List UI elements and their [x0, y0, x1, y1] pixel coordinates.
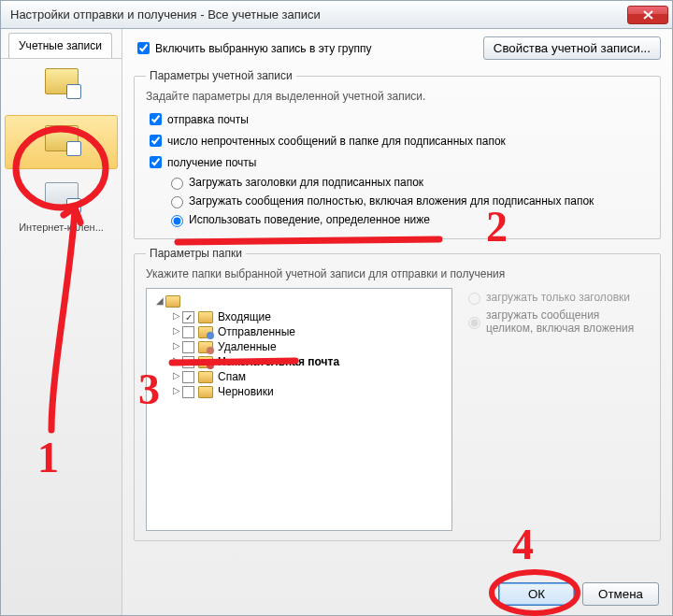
account-icon — [45, 125, 79, 151]
receive-mail-label: получение почты — [167, 156, 256, 169]
dialog-window: Настройки отправки и получения - Все уче… — [0, 0, 673, 616]
radio-full-messages-label: Загружать сообщения полностью, включая в… — [189, 194, 594, 208]
folder-params-hint: Укажите папки выбранной учетной записи д… — [146, 267, 649, 280]
folder-label: Нежелательная почта — [218, 355, 339, 368]
radio-headers-label: загружать только заголовки — [486, 291, 630, 304]
close-icon — [643, 10, 653, 20]
radio-full-messages[interactable] — [171, 196, 183, 208]
folder-label: Отправленные — [218, 325, 295, 338]
radio-headers-only[interactable] — [171, 178, 183, 190]
radio-custom-behavior-label: Использовать поведение, определенное ниж… — [189, 213, 430, 226]
folder-icon — [198, 326, 213, 338]
expand-icon[interactable]: ▷ — [171, 386, 182, 397]
ok-button[interactable]: ОК — [498, 582, 575, 606]
folder-icon — [165, 295, 180, 308]
dialog-footer: ОК Отмена — [498, 582, 659, 606]
account-params-group: Параметры учетной записи Задайте парамет… — [134, 69, 661, 239]
folder-icon — [198, 311, 213, 323]
expand-icon[interactable]: ▷ — [171, 341, 182, 352]
folder-label: Удаленные — [218, 340, 277, 353]
folder-icon — [198, 386, 213, 398]
calendar-icon — [45, 182, 79, 208]
folder-checkbox[interactable] — [182, 341, 194, 353]
folder-label: Черновики — [218, 385, 274, 398]
folder-checkbox[interactable] — [182, 311, 194, 323]
folder-params-group: Параметры папки Укажите папки выбранной … — [134, 247, 661, 541]
radio-custom-behavior[interactable] — [171, 215, 183, 227]
collapse-icon[interactable]: ◢ — [154, 296, 165, 308]
radio-headers — [468, 293, 480, 305]
cancel-button[interactable]: Отмена — [582, 582, 659, 606]
close-button[interactable] — [627, 6, 668, 24]
account-item-selected[interactable] — [5, 115, 118, 169]
radio-headers-only-label: Загружать заголовки для подписанных папо… — [189, 176, 423, 189]
folder-icon — [198, 341, 213, 353]
folder-block: ◢ ▷Входящие▷Отправленные▷Удаленные▷Нежел… — [146, 288, 649, 531]
account-label: Интернет-кален... — [19, 222, 104, 233]
include-checkbox[interactable] — [137, 42, 150, 54]
account-properties-button[interactable]: Свойства учетной записи... — [483, 36, 661, 60]
tree-root[interactable]: ◢ — [154, 294, 448, 308]
unread-count-label: число непрочтенных сообщений в папке для… — [167, 135, 506, 148]
tree-item[interactable]: ▷Удаленные — [171, 339, 448, 354]
radio-full-label: загружать сообщения целиком, включая вло… — [486, 308, 649, 335]
tree-item[interactable]: ▷Входящие — [171, 309, 448, 324]
radio-full — [468, 317, 480, 329]
receive-mail-checkbox[interactable] — [150, 156, 162, 168]
expand-icon[interactable]: ▷ — [171, 356, 182, 367]
accounts-list: Интернет-кален... — [1, 58, 122, 581]
top-row: Включить выбранную запись в эту группу С… — [134, 36, 661, 60]
titlebar: Настройки отправки и получения - Все уче… — [1, 1, 672, 29]
unread-count-checkbox[interactable] — [150, 135, 162, 147]
tree-item[interactable]: ▷Черновики — [171, 384, 448, 399]
account-params-hint: Задайте параметры для выделенной учетной… — [146, 90, 649, 103]
tree-item[interactable]: ▷Отправленные — [171, 324, 448, 339]
folder-icon — [198, 371, 213, 383]
receive-mode-radio-group: Загружать заголовки для подписанных папо… — [166, 173, 649, 229]
tree-item[interactable]: ▷Нежелательная почта — [171, 354, 448, 369]
main-panel: Включить выбранную запись в эту группу С… — [122, 29, 672, 615]
folder-checkbox[interactable] — [182, 371, 194, 383]
send-mail-label: отправка почты — [167, 113, 249, 126]
sidebar-tab-accounts[interactable]: Учетные записи — [8, 33, 112, 58]
account-params-legend: Параметры учетной записи — [146, 69, 296, 82]
folder-checkbox[interactable] — [182, 356, 194, 368]
include-label: Включить выбранную запись в эту группу — [155, 42, 483, 55]
sidebar: Учетные записи Интернет-кален... — [1, 29, 122, 615]
dialog-body: Учетные записи Интернет-кален... — [1, 29, 672, 615]
account-item[interactable] — [1, 59, 122, 111]
folder-icon — [198, 356, 213, 368]
expand-icon[interactable]: ▷ — [171, 311, 182, 322]
account-item[interactable]: Интернет-кален... — [1, 173, 122, 236]
folder-label: Спам — [218, 370, 246, 383]
folder-params-legend: Параметры папки — [146, 247, 246, 260]
folder-checkbox[interactable] — [182, 326, 194, 338]
account-icon — [45, 68, 79, 94]
expand-icon[interactable]: ▷ — [171, 371, 182, 382]
send-mail-checkbox[interactable] — [150, 113, 162, 125]
folder-tree[interactable]: ◢ ▷Входящие▷Отправленные▷Удаленные▷Нежел… — [146, 288, 452, 531]
tree-item[interactable]: ▷Спам — [171, 369, 448, 384]
window-title: Настройки отправки и получения - Все уче… — [10, 7, 627, 21]
folder-label: Входящие — [218, 310, 271, 323]
folder-options: загружать только заголовки загружать соо… — [452, 288, 649, 531]
folder-checkbox[interactable] — [182, 386, 194, 398]
expand-icon[interactable]: ▷ — [171, 326, 182, 337]
